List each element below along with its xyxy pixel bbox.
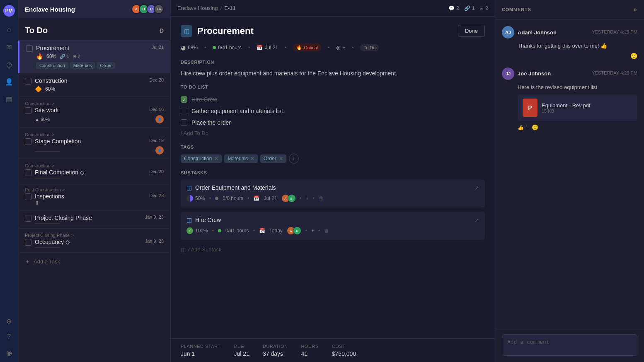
breadcrumb-project[interactable]: Enclave Housing [177, 5, 218, 11]
add-subtask-button[interactable]: ◫ / Add Subtask [181, 244, 485, 255]
add-task-button[interactable]: ＋ Add a Task [18, 253, 170, 270]
comment-input[interactable] [502, 334, 637, 356]
done-button[interactable]: Done [458, 25, 485, 37]
attachment-name: Equipment - Rev.pdf [542, 102, 591, 109]
attachment-info: Equipment - Rev.pdf 15 KB [542, 102, 591, 113]
task-checkbox-construction[interactable] [25, 78, 31, 84]
tag-pill-materials: Materials ✕ [224, 154, 258, 163]
comment-avatar-1: JJ [502, 68, 514, 80]
users-icon[interactable]: 👤 [5, 77, 14, 86]
subtask-delete-button-0[interactable]: 🗑 [319, 195, 324, 201]
task-name-procurement: Procurement [36, 45, 69, 51]
task-item-final-completion[interactable]: Construction > Final Completion ◇ Dec 20 [18, 159, 170, 183]
assignee-site: 👤 [155, 115, 164, 123]
task-checkbox-site[interactable] [25, 107, 31, 114]
subtask-date-0: Jul 21 [264, 195, 277, 201]
add-icon[interactable]: ⊕ [5, 316, 14, 326]
add-tag-button[interactable]: + [289, 154, 299, 164]
link-count: 1 [472, 5, 475, 11]
due-value: Jul 21 [234, 350, 249, 357]
attr-hours: 0/41 hours [213, 45, 242, 51]
parent-label-inspections: Post Construction > [25, 187, 164, 192]
progress-bar-stage [35, 151, 60, 152]
task-attributes: ◕ 68% • 0/41 hours • 📅 Jul 21 • 🔥 Critic… [181, 43, 485, 51]
task-item-inspections[interactable]: Post Construction > Inspections Dec 28 ⬆ [18, 183, 170, 210]
task-item-construction[interactable]: Construction Dec 20 🔶 60% [18, 73, 170, 97]
task-item-procurement[interactable]: Procurement Jul 21 🔥 68% 🔗 1 ⊟ 2 Constru… [18, 41, 170, 73]
tag-order: Order [97, 62, 115, 69]
tag-pill-construction-text: Construction [184, 156, 212, 162]
task-name-final: Final Completion ◇ [35, 169, 85, 176]
task-checkbox-inspections[interactable] [25, 193, 31, 200]
task-checkbox-final[interactable] [25, 169, 31, 176]
project-header: Enclave Housing A B C +4 [18, 0, 170, 18]
add-todo-button[interactable]: / Add To Do [181, 128, 485, 138]
reaction-add-icon[interactable]: 🙂 [532, 124, 538, 130]
inbox-icon[interactable]: ✉ [5, 42, 14, 51]
help-icon[interactable]: ? [5, 332, 14, 341]
todo-checkbox-1[interactable] [181, 108, 187, 114]
task-checkbox-occupancy[interactable] [25, 239, 31, 246]
subtask-calendar-icon-1: 📅 [259, 228, 265, 234]
panel-header-right: D [160, 27, 164, 34]
subtask-avatars-0: A B [281, 194, 296, 203]
footer-planned-start: PLANNED START Jun 1 [181, 344, 221, 357]
orange-icon: 🔶 [35, 86, 42, 92]
comment-author-0: Adam Johnson [518, 29, 557, 36]
subtask-delete-button-1[interactable]: 🗑 [324, 228, 329, 234]
remove-tag-materials[interactable]: ✕ [250, 156, 254, 162]
task-content-closing: Project Closing Phase Jan 9, 23 [35, 215, 164, 224]
planned-start-value: Jun 1 [181, 350, 221, 357]
progress-bar-final [35, 178, 60, 179]
comment-emoji-btn-0[interactable]: 🙂 [630, 53, 637, 59]
subtask-ext-link-0[interactable]: ↗ [475, 185, 479, 191]
attachment-card[interactable]: P Equipment - Rev.pdf 15 KB [518, 94, 637, 121]
profile-icon[interactable]: ◉ [5, 348, 14, 357]
duration-value: 37 days [263, 350, 288, 357]
subtask-hours-1: 0/41 hours [225, 228, 249, 234]
priority-badge[interactable]: 🔥 Critical [293, 43, 321, 51]
task-detail-panel: Enclave Housing / E-11 💬 2 🔗 1 ⊟ 2 ◫ Pro… [171, 0, 495, 362]
remove-tag-order[interactable]: ✕ [279, 156, 283, 162]
subtask-ext-link-1[interactable]: ↗ [475, 217, 479, 223]
todo-list: ✓ Hire Crew Gather equipment and materia… [181, 94, 485, 138]
footer-hours: HOURS 41 [301, 344, 319, 357]
task-name-occupancy: Occupancy ◇ [35, 239, 70, 245]
thumbs-up-icon: 👍 [518, 125, 524, 130]
comment-text-1: Here is the revised equipment list [518, 83, 637, 92]
task-item-site-work[interactable]: Construction > Site work Dec 16 ▲ 60% 👤 [18, 97, 170, 128]
home-icon[interactable]: ⌂ [5, 25, 14, 34]
progress-bar-occupancy [35, 247, 60, 248]
todo-checkbox-2[interactable] [181, 119, 187, 126]
calendar-icon[interactable]: ◷ [5, 60, 14, 69]
inspections-progress: ⬆ [35, 200, 39, 206]
comment-time-1: YESTERDAY 4:23 PM [592, 70, 637, 75]
subtask-add-button-1[interactable]: + [311, 228, 314, 234]
task-checkbox-procurement[interactable] [26, 45, 33, 52]
app-logo[interactable]: PM Tool PM [3, 5, 15, 17]
task-checkbox-stage[interactable] [25, 138, 31, 145]
subtask-add-button-0[interactable]: + [306, 195, 309, 201]
task-item-project-closing[interactable]: Project Closing Phase Jan 9, 23 [18, 210, 170, 229]
comment-author-1: Joe Johnson [518, 70, 551, 77]
subtask-count-stat: ⊟ 2 [479, 5, 488, 11]
comments-label: COMMENTS [502, 7, 531, 12]
progress-bar-closing [35, 223, 60, 224]
subtask-progress-1: ✓ 100% [186, 227, 208, 234]
reaction-thumbs-up[interactable]: 👍 1 [518, 125, 528, 130]
status-badge[interactable]: To Do [360, 44, 379, 51]
remove-tag-construction[interactable]: ✕ [214, 156, 218, 162]
attr-assignee-add[interactable]: + [342, 45, 345, 51]
folder-icon[interactable]: ▤ [5, 94, 14, 104]
task-item-stage-completion[interactable]: Construction > Stage Completion Dec 19 👤 [18, 128, 170, 159]
subtask-hours-dot-0 [215, 195, 218, 201]
collapse-comments-button[interactable]: » [633, 6, 637, 13]
task-name-construction: Construction [35, 77, 68, 84]
task-checkbox-closing[interactable] [25, 215, 31, 222]
breadcrumb-task-id: E-11 [224, 5, 235, 11]
task-item-occupancy[interactable]: Project Closing Phase > Occupancy ◇ Jan … [18, 229, 170, 253]
comment-item-0: AJ Adam Johnson YESTERDAY 4:25 PM Thanks… [502, 26, 637, 59]
task-content-stage: Stage Completion Dec 19 👤 [35, 138, 164, 154]
assignee-icon: ◎ [336, 45, 340, 51]
todo-checkbox-0[interactable]: ✓ [181, 96, 187, 103]
